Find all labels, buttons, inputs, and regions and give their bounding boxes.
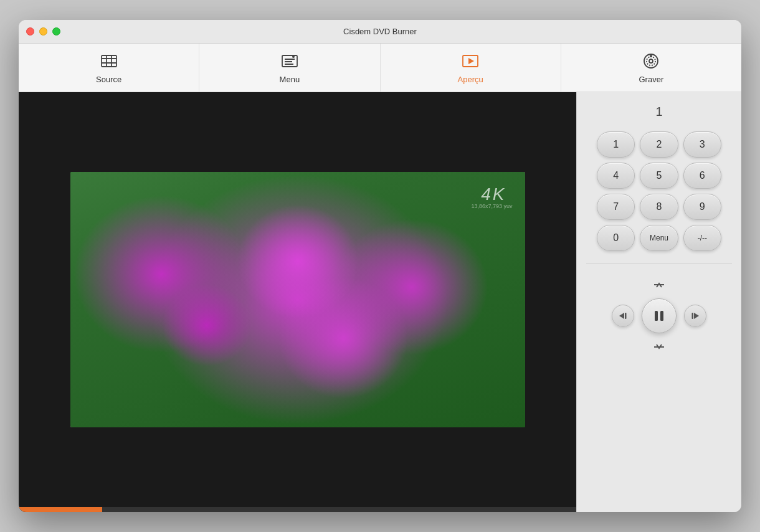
numpad-4[interactable]: 4 bbox=[597, 163, 635, 189]
svg-rect-19 bbox=[655, 311, 658, 321]
main-content: 13,86x7,793 yuv 1 1 2 3 4 5 6 7 8 9 0 bbox=[19, 92, 741, 512]
window-title: Cisdem DVD Burner bbox=[343, 27, 417, 36]
numpad-9[interactable]: 9 bbox=[683, 194, 721, 220]
svg-point-15 bbox=[650, 55, 652, 57]
progress-bar[interactable] bbox=[19, 507, 576, 512]
app-window: Cisdem DVD Burner Source bbox=[19, 20, 741, 512]
traffic-lights bbox=[26, 27, 60, 36]
channel-display: 1 bbox=[655, 105, 662, 119]
svg-point-13 bbox=[649, 59, 653, 63]
tab-apercu[interactable]: Aperçu bbox=[381, 44, 561, 92]
numpad-7[interactable]: 7 bbox=[597, 194, 635, 220]
svg-marker-11 bbox=[468, 58, 474, 64]
numpad-3[interactable]: 3 bbox=[683, 131, 721, 158]
video-resolution-label: 13,86x7,793 yuv bbox=[471, 203, 512, 209]
tabbar: Source Menu Aperçu bbox=[19, 44, 741, 92]
tab-graver[interactable]: Graver bbox=[561, 44, 741, 92]
tab-graver-label: Graver bbox=[639, 75, 664, 84]
nav-down-button[interactable] bbox=[652, 340, 667, 352]
panel-divider bbox=[586, 264, 732, 264]
svg-rect-22 bbox=[692, 313, 694, 319]
pause-button[interactable] bbox=[642, 298, 677, 333]
progress-bar-fill bbox=[19, 507, 102, 512]
numpad-0[interactable]: 0 bbox=[597, 225, 635, 251]
svg-rect-20 bbox=[660, 311, 663, 321]
svg-point-9 bbox=[292, 55, 295, 58]
numpad-8[interactable]: 8 bbox=[640, 194, 678, 220]
tab-menu-label: Menu bbox=[280, 75, 300, 84]
graver-icon bbox=[641, 51, 661, 71]
tab-apercu-label: Aperçu bbox=[458, 75, 483, 84]
svg-rect-18 bbox=[625, 313, 627, 319]
close-button[interactable] bbox=[26, 27, 34, 36]
svg-rect-0 bbox=[102, 55, 116, 67]
source-icon bbox=[99, 51, 119, 71]
numpad-2[interactable]: 2 bbox=[640, 131, 678, 158]
numpad-1[interactable]: 1 bbox=[597, 131, 635, 158]
maximize-button[interactable] bbox=[52, 27, 60, 36]
play-row bbox=[612, 298, 706, 333]
apercu-icon bbox=[460, 51, 480, 71]
numpad-5[interactable]: 5 bbox=[640, 163, 678, 189]
minimize-button[interactable] bbox=[39, 27, 47, 36]
titlebar: Cisdem DVD Burner bbox=[19, 20, 741, 44]
tab-source[interactable]: Source bbox=[19, 44, 199, 92]
playback-controls bbox=[612, 280, 706, 352]
tab-source-label: Source bbox=[96, 75, 121, 84]
tab-menu[interactable]: Menu bbox=[199, 44, 380, 92]
next-button[interactable] bbox=[684, 305, 706, 327]
numpad-separator[interactable]: -/-- bbox=[683, 225, 721, 251]
remote-panel: 1 1 2 3 4 5 6 7 8 9 0 Menu -/-- bbox=[576, 92, 741, 512]
video-frame: 13,86x7,793 yuv bbox=[70, 172, 525, 427]
svg-marker-17 bbox=[619, 313, 624, 319]
nav-up-button[interactable] bbox=[652, 280, 667, 292]
numpad-menu[interactable]: Menu bbox=[640, 225, 678, 251]
menu-icon bbox=[280, 51, 300, 71]
numpad-6[interactable]: 6 bbox=[683, 163, 721, 189]
svg-point-14 bbox=[647, 57, 655, 65]
previous-button[interactable] bbox=[612, 305, 634, 327]
svg-rect-5 bbox=[282, 55, 297, 67]
nav-up-icon bbox=[652, 280, 667, 292]
video-container: 13,86x7,793 yuv bbox=[19, 92, 576, 507]
svg-marker-21 bbox=[694, 313, 699, 319]
numpad: 1 2 3 4 5 6 7 8 9 0 Menu -/-- bbox=[597, 131, 721, 251]
preview-area: 13,86x7,793 yuv bbox=[19, 92, 576, 512]
